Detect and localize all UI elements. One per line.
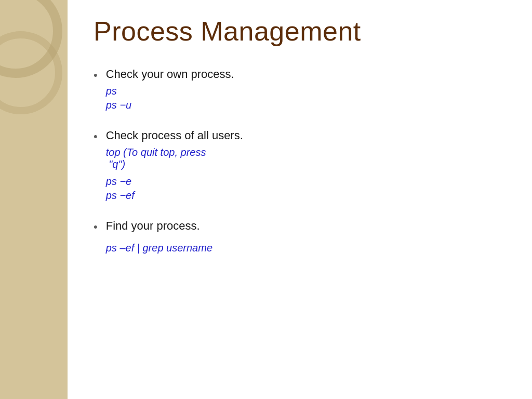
- bullet-text: Check process of all users.: [106, 129, 243, 142]
- bullet-dot: •: [94, 220, 98, 234]
- main-content: Process Management • Check your own proc…: [68, 0, 532, 399]
- command-line: ps −ef: [106, 190, 243, 202]
- bullet-dot: •: [94, 130, 98, 143]
- command-line: ps −e: [106, 176, 243, 188]
- command-line: ps: [106, 85, 234, 97]
- list-item: • Find your process. ps –ef | grep usern…: [94, 219, 501, 256]
- bullet-content: Check your own process. ps ps −u: [106, 68, 234, 113]
- bullet-list: • Check your own process. ps ps −u • Che…: [94, 68, 501, 256]
- bullet-content: Find your process. ps –ef | grep usernam…: [106, 219, 212, 256]
- page-title: Process Management: [94, 16, 501, 47]
- bullet-dot: •: [94, 69, 98, 82]
- command-line: ps −u: [106, 99, 234, 111]
- sidebar: [0, 0, 68, 399]
- command-line: ps –ef | grep username: [106, 242, 212, 254]
- bullet-content: Check process of all users. top (To quit…: [106, 129, 243, 204]
- bullet-text: Check your own process.: [106, 68, 234, 81]
- command-line: top (To quit top, press "q"): [106, 147, 243, 170]
- list-item: • Check your own process. ps ps −u: [94, 68, 501, 113]
- bullet-text: Find your process.: [106, 219, 212, 233]
- list-item: • Check process of all users. top (To qu…: [94, 129, 501, 204]
